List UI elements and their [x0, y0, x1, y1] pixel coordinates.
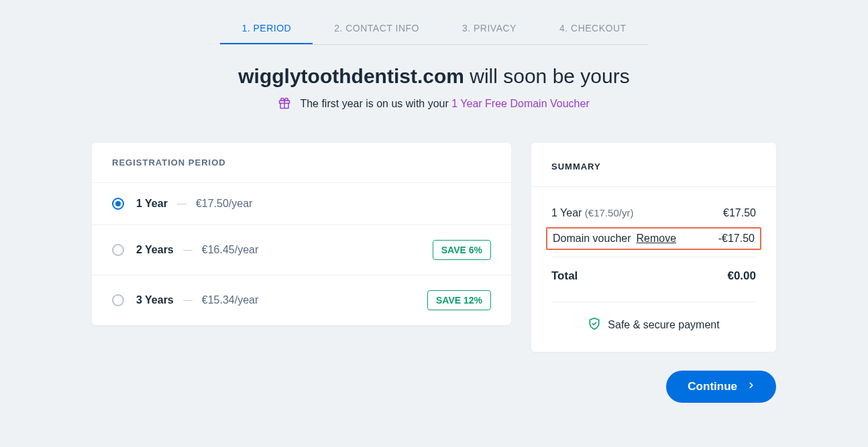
summary-total-label: Total [551, 269, 578, 283]
period-option-3years[interactable]: 3 Years €15.34/year SAVE 12% [92, 275, 511, 325]
summary-voucher-amount: -€17.50 [718, 233, 755, 245]
summary-card: SUMMARY 1 Year (€17.50/yr) €17.50 Domain… [531, 143, 776, 352]
summary-total-row: Total €0.00 [551, 257, 756, 283]
period-option-2years[interactable]: 2 Years €16.45/year SAVE 6% [92, 225, 511, 275]
page-heading: wigglytoothdentist.com will soon be your… [92, 65, 776, 88]
radio-1year[interactable] [112, 198, 124, 210]
continue-button-label: Continue [688, 380, 737, 393]
secure-payment-text: Safe & secure payment [608, 319, 719, 331]
period-price-3years: €15.34/year [202, 294, 259, 306]
checkout-tabs: 1. PERIOD 2. CONTACT INFO 3. PRIVACY 4. … [220, 13, 647, 45]
save-badge-3years: SAVE 12% [427, 290, 491, 310]
save-badge-2years: SAVE 6% [433, 240, 491, 260]
tab-checkout[interactable]: 4. CHECKOUT [538, 13, 648, 44]
tab-privacy[interactable]: 3. PRIVACY [441, 13, 538, 44]
shield-check-icon [588, 317, 601, 333]
dash-separator [183, 250, 193, 251]
radio-3years[interactable] [112, 294, 124, 306]
summary-line1-amount: €17.50 [723, 207, 756, 219]
summary-voucher-label: Domain voucher [553, 233, 631, 245]
summary-voucher-highlight: Domain voucher Remove -€17.50 [546, 227, 761, 250]
summary-total-amount: €0.00 [727, 269, 756, 283]
period-label-2years: 2 Years [136, 244, 174, 256]
period-price-2years: €16.45/year [202, 244, 259, 256]
tab-period[interactable]: 1. PERIOD [220, 13, 313, 44]
registration-period-header: REGISTRATION PERIOD [92, 143, 511, 182]
tab-contact-info[interactable]: 2. CONTACT INFO [313, 13, 441, 44]
continue-button[interactable]: Continue [666, 371, 776, 403]
voucher-link[interactable]: 1 Year Free Domain Voucher [451, 98, 589, 109]
radio-2years[interactable] [112, 244, 124, 256]
summary-line1-rate: (€17.50/yr) [585, 207, 634, 218]
summary-header: SUMMARY [531, 143, 776, 187]
period-label-1year: 1 Year [136, 198, 168, 210]
period-option-1year[interactable]: 1 Year €17.50/year [92, 182, 511, 225]
registration-period-card: REGISTRATION PERIOD 1 Year €17.50/year 2… [92, 143, 511, 325]
subheading: The first year is on us with your 1 Year… [92, 97, 776, 112]
voucher-remove-link[interactable]: Remove [637, 233, 677, 245]
domain-name: wigglytoothdentist.com [238, 65, 464, 87]
summary-line1-label: 1 Year [551, 207, 582, 218]
heading-suffix: will soon be yours [464, 65, 630, 87]
subheading-text: The first year is on us with your [300, 98, 451, 109]
period-label-3years: 3 Years [136, 294, 174, 306]
dash-separator [177, 204, 186, 204]
chevron-right-icon [747, 380, 756, 393]
secure-payment-row: Safe & secure payment [551, 302, 756, 333]
gift-icon [278, 97, 290, 112]
period-price-1year: €17.50/year [196, 198, 253, 210]
summary-line-1year: 1 Year (€17.50/yr) €17.50 [551, 207, 756, 219]
dash-separator [183, 300, 193, 301]
